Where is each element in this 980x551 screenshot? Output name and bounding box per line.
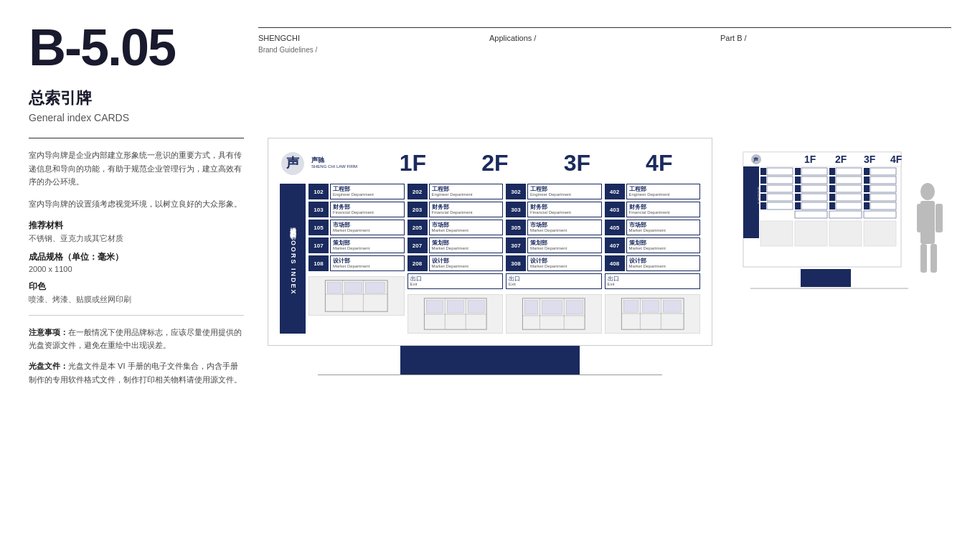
floor-plan-4 — [605, 294, 701, 334]
svg-text:3F: 3F — [864, 154, 876, 165]
left-divider — [29, 138, 244, 138]
size-value: 2000 x 1100 — [29, 265, 244, 273]
room-num: 407 — [605, 237, 625, 253]
svg-text:4F: 4F — [890, 154, 903, 165]
svg-rect-8 — [365, 283, 385, 293]
material-label: 推荐材料 — [29, 220, 244, 232]
svg-rect-76 — [864, 185, 870, 192]
room-num: 207 — [407, 237, 428, 253]
svg-rect-38 — [743, 166, 759, 238]
applications-section: Applications / — [489, 27, 720, 44]
room-row: 408 设计部Market Department — [605, 255, 701, 271]
exit-row: 出口Exit — [407, 273, 504, 289]
room-row: 208 设计部Market Department — [407, 255, 504, 271]
svg-rect-27 — [623, 301, 638, 312]
header-info: SHENGCHI Brand Guidelines / Applications… — [258, 22, 951, 55]
svg-rect-61 — [829, 168, 835, 175]
room-row: 102 工程部Engineer Department — [308, 184, 405, 199]
room-dept: 财务部Financial Department — [429, 202, 504, 217]
svg-rect-74 — [864, 176, 870, 184]
room-dept: 市场部Market Department — [626, 220, 701, 235]
room-row: 308 设计部Market Department — [506, 255, 602, 271]
svg-rect-13 — [426, 301, 443, 313]
perspective-view: 声 1F 2F 3F 4F 楼层总索引 — [736, 138, 951, 339]
room-dept: 工程部Engineer Department — [527, 184, 602, 199]
floor-plan-3 — [506, 294, 602, 334]
right-panel: 声 1F 2F 3F 4F 楼层总索引 — [736, 138, 951, 394]
svg-rect-56 — [795, 194, 801, 201]
svg-rect-40 — [760, 168, 766, 175]
room-num: 203 — [407, 202, 428, 217]
svg-rect-42 — [760, 176, 766, 184]
room-row: 302 工程部Engineer Department — [506, 184, 602, 199]
room-row: 207 策划部Market Department — [407, 237, 504, 253]
svg-rect-50 — [795, 168, 801, 175]
room-row: 205 市场部Market Department — [407, 220, 504, 235]
page-title-section: 总索引牌 General index CARDS — [0, 73, 980, 131]
applications-label: Applications / — [489, 32, 720, 44]
room-num: 208 — [407, 255, 428, 271]
floor-2f: 2F — [456, 150, 534, 176]
room-row: 402 工程部Engineer Department — [605, 184, 701, 199]
svg-rect-72 — [864, 168, 870, 175]
size-spec: 成品规格（单位：毫米） 2000 x 1100 — [29, 251, 244, 273]
room-dept: 工程部Engineer Department — [330, 184, 405, 199]
svg-rect-6 — [327, 283, 341, 293]
note1: 注意事项：在一般情况下使用品牌标志，应该尽量使用提供的光盘资源文件，避免在重绘中… — [29, 326, 244, 352]
room-num: 107 — [308, 237, 329, 253]
desc2: 室内导向牌的设置须考虑视觉环境，以树立良好的大众形象。 — [29, 197, 244, 211]
svg-rect-46 — [760, 194, 766, 201]
brand-label: SHENGCHI — [258, 32, 489, 44]
room-row: 107 策划部Market Department — [308, 237, 405, 253]
svg-rect-7 — [344, 283, 362, 293]
room-dept: 策划部Market Department — [626, 237, 701, 253]
svg-rect-83 — [760, 221, 793, 246]
room-row: 203 财务部Financial Department — [407, 202, 504, 217]
svg-text:声: 声 — [286, 156, 300, 170]
svg-rect-63 — [829, 176, 835, 184]
page-code: B-5.05 — [29, 22, 258, 73]
floor-column-2: 202 工程部Engineer Department 203 财务部Financ… — [407, 184, 504, 334]
note1-bold: 注意事项： — [29, 328, 68, 336]
room-dept: 策划部Market Department — [330, 237, 405, 253]
board-header: 声 声驰 SHENG CHI LAW FIRM 1F 2F 3F 4F — [280, 150, 700, 176]
logo-area: 声 声驰 SHENG CHI LAW FIRM — [280, 151, 357, 176]
room-num: 307 — [506, 237, 526, 253]
svg-rect-91 — [917, 204, 924, 232]
room-num: 102 — [308, 184, 329, 199]
room-dept: 设计部Market Department — [429, 255, 504, 271]
svg-rect-29 — [663, 301, 681, 312]
svg-rect-92 — [936, 204, 943, 232]
svg-rect-69 — [829, 202, 835, 209]
title-zh: 总索引牌 — [29, 88, 951, 109]
room-num: 202 — [407, 184, 428, 199]
room-num: 308 — [506, 255, 526, 271]
floor-plan-svg-2 — [408, 295, 503, 333]
perspective-svg: 声 1F 2F 3F 4F 楼层总索引 — [736, 138, 951, 339]
floor-plan-svg-4 — [606, 295, 700, 333]
room-dept: 市场部Market Department — [330, 220, 405, 235]
room-dept: 设计部Market Department — [527, 255, 602, 271]
note2: 光盘文件：光盘文件是本 VI 手册的电子文件集合，内含手册制作的专用软件格式文件… — [29, 359, 244, 386]
exit-box: 出口Exit — [506, 273, 602, 289]
svg-rect-94 — [930, 244, 937, 273]
svg-text:1F: 1F — [804, 154, 816, 165]
svg-rect-20 — [524, 301, 537, 314]
board-base-line — [318, 375, 662, 375]
floor-plan-svg — [309, 277, 404, 315]
svg-text:声: 声 — [753, 156, 759, 162]
guidelines-label: Brand Guidelines / — [258, 44, 489, 55]
material-value: 不锈钢、亚克力或其它材质 — [29, 233, 244, 244]
svg-rect-93 — [920, 244, 927, 273]
room-num: 403 — [605, 202, 625, 217]
center-panel: 声 声驰 SHENG CHI LAW FIRM 1F 2F 3F 4F 楼层总索… — [265, 138, 715, 394]
svg-text:2F: 2F — [835, 154, 847, 165]
size-label: 成品规格（单位：毫米） — [29, 251, 244, 263]
exit-box: 出口Exit — [605, 273, 701, 289]
floor-plan-svg-3 — [507, 295, 601, 333]
header: B-5.05 SHENGCHI Brand Guidelines / Appli… — [0, 0, 980, 73]
board-stand-section — [318, 346, 662, 375]
svg-rect-22 — [566, 301, 583, 314]
left-panel: 室内导向牌是企业内部建立形象统一意识的重要方式，具有传递信息和导向的功能，有助于… — [29, 138, 244, 394]
exit-box: 出口Exit — [407, 273, 504, 289]
